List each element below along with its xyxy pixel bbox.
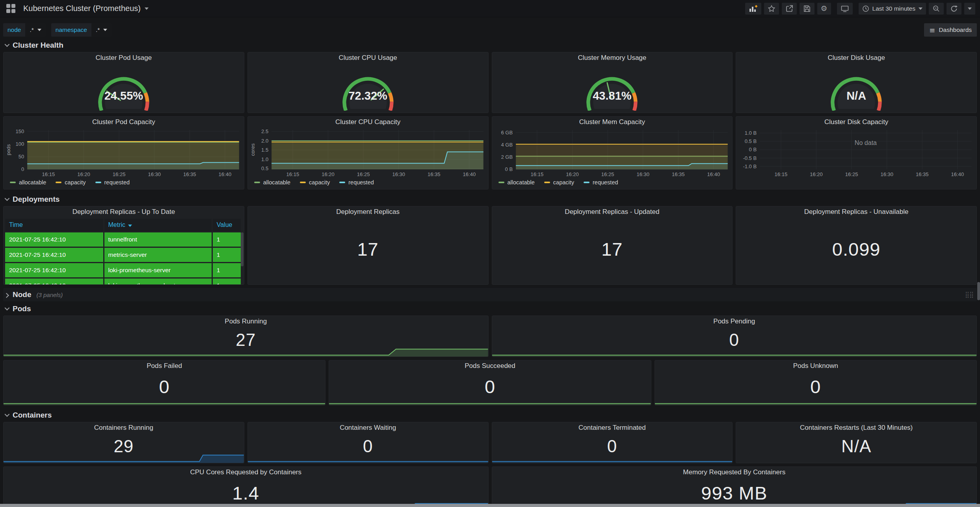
variable-namespace-value[interactable]: .*: [91, 23, 112, 37]
panel-title[interactable]: Pods Failed: [4, 360, 325, 371]
stat-value: 0.099: [736, 238, 976, 260]
legend-item[interactable]: requested: [95, 179, 130, 186]
panel-title[interactable]: Cluster Pod Usage: [4, 52, 244, 63]
gauge-arc: [330, 63, 406, 111]
panel-cluster-mem-capacity: Cluster Mem Capacity 0 B2 GB4 GB6 GB16:1…: [492, 116, 733, 189]
hamburger-icon: ≡: [929, 26, 935, 34]
section-containers[interactable]: Containers: [3, 409, 977, 422]
svg-text:pods: pods: [6, 144, 11, 155]
chart-legend: allocatablecapacityrequested: [4, 178, 244, 187]
panel-title[interactable]: Containers Running: [4, 422, 244, 433]
panel-title[interactable]: Cluster Memory Usage: [492, 52, 733, 63]
panel-title[interactable]: Pods Succeeded: [329, 360, 651, 371]
legend-color-dash: [339, 182, 345, 183]
variable-node-value[interactable]: .*: [25, 23, 45, 37]
panel-title[interactable]: Containers Waiting: [248, 422, 488, 433]
dashboard-title[interactable]: Kubernetes Cluster (Prometheus): [23, 4, 141, 13]
panel-cluster-pod-usage: Cluster Pod Usage 24.55%: [3, 52, 244, 113]
table-scrollbar[interactable]: [241, 232, 244, 266]
panel-title[interactable]: Containers Restarts (Last 30 Minutes): [736, 422, 976, 433]
panel-title[interactable]: Cluster Disk Usage: [736, 52, 976, 63]
table-cell: 1: [213, 248, 241, 262]
section-node-collapsed[interactable]: Node (3 panels) ⣿⣿: [3, 288, 977, 301]
panel-cpu-cores-requested: CPU Cores Requested by Containers 1.4: [3, 466, 489, 507]
svg-text:16:20: 16:20: [810, 171, 823, 177]
monitor-icon: [841, 5, 849, 13]
panel-title[interactable]: Pods Running: [4, 316, 488, 327]
panel-title[interactable]: Pods Unknown: [655, 360, 976, 371]
time-series-chart: 05010015016:1516:2016:2516:3016:3516:40p…: [5, 128, 242, 178]
table-cell: 2021-07-25 16:42:10: [5, 248, 103, 262]
legend-item[interactable]: capacity: [544, 179, 574, 186]
panel-title[interactable]: CPU Cores Requested by Containers: [4, 467, 488, 478]
panel-cluster-disk-capacity: Cluster Disk Capacity 1.0 B0.5 B0 B-0.5 …: [736, 116, 977, 189]
legend-item[interactable]: requested: [339, 179, 374, 186]
panel-title[interactable]: Cluster Mem Capacity: [492, 117, 733, 128]
grafana-dashboard-grid-icon[interactable]: [6, 4, 15, 13]
panel-title[interactable]: Pods Pending: [492, 316, 977, 327]
vertical-scrollbar-thumb[interactable]: [977, 282, 980, 300]
star-button[interactable]: [764, 3, 779, 15]
gauge-value: N/A: [736, 89, 976, 102]
svg-text:150: 150: [15, 128, 24, 134]
title-caret-icon: [145, 7, 149, 10]
svg-text:16:30: 16:30: [881, 171, 894, 177]
svg-text:16:40: 16:40: [463, 171, 476, 177]
legend-item[interactable]: allocatable: [498, 179, 535, 186]
save-button[interactable]: [800, 3, 814, 15]
panel-title[interactable]: Containers Terminated: [492, 422, 733, 433]
refresh-button[interactable]: [947, 3, 961, 15]
svg-text:0: 0: [21, 167, 24, 173]
panel-title[interactable]: Cluster Disk Capacity: [736, 117, 976, 128]
dashboards-button[interactable]: ≡ Dashboards: [924, 23, 977, 37]
panel-cluster-disk-usage: Cluster Disk Usage N/A: [736, 52, 977, 113]
section-pods[interactable]: Pods: [3, 302, 977, 316]
navbar: Kubernetes Cluster (Prometheus): [0, 0, 980, 17]
settings-button[interactable]: ⚙: [817, 3, 831, 15]
svg-text:-0.5 B: -0.5 B: [743, 155, 757, 161]
table-row: 2021-07-25 16:42:10metrics-server1: [5, 248, 241, 262]
panel-title[interactable]: Memory Requested By Containers: [492, 467, 977, 478]
time-range-label: Last 30 minutes: [872, 5, 915, 12]
panel-title[interactable]: Deployment Replicas - Updated: [492, 206, 733, 217]
column-header-time[interactable]: Time: [5, 219, 103, 231]
panel-title[interactable]: Deployment Replicas: [248, 206, 488, 217]
chevron-right-icon: [4, 293, 9, 298]
svg-text:16:35: 16:35: [672, 171, 685, 177]
column-header-metric[interactable]: Metric: [104, 219, 212, 231]
panel-containers-waiting: Containers Waiting 0: [247, 422, 489, 463]
legend-item[interactable]: requested: [584, 179, 618, 186]
table-row: 2021-07-25 16:42:10loki-prometheus-serve…: [5, 263, 241, 277]
tv-kiosk-button[interactable]: [837, 3, 853, 15]
panel-title[interactable]: Cluster Pod Capacity: [4, 117, 244, 128]
refresh-interval-dropdown[interactable]: [964, 3, 975, 15]
column-header-value[interactable]: Value: [213, 219, 241, 231]
section-deployments[interactable]: Deployments: [3, 193, 977, 206]
svg-text:1.0: 1.0: [261, 156, 268, 162]
horizontal-scrollbar[interactable]: [0, 504, 980, 507]
drag-handle-icon[interactable]: ⣿⣿: [965, 291, 975, 298]
panel-title[interactable]: Cluster CPU Usage: [248, 52, 488, 63]
legend-item[interactable]: allocatable: [10, 179, 46, 186]
panel-title[interactable]: Cluster CPU Capacity: [248, 117, 488, 128]
add-panel-icon: [749, 5, 758, 13]
share-button[interactable]: [782, 3, 797, 15]
panel-deployment-replicas-updated: Deployment Replicas - Updated 17: [492, 206, 733, 285]
time-range-picker[interactable]: Last 30 minutes: [859, 3, 926, 15]
panel-title[interactable]: Deployment Replicas - Unavailable: [736, 206, 976, 217]
legend-item[interactable]: capacity: [56, 179, 86, 186]
panel-deployment-replicas-up-to-date: Deployment Replicas - Up To Date Time Me…: [3, 206, 244, 285]
refresh-icon: [950, 5, 958, 13]
legend-item[interactable]: capacity: [300, 179, 330, 186]
legend-color-dash: [584, 182, 589, 183]
gauge-arc: [818, 63, 894, 111]
panel-containers-terminated: Containers Terminated 0: [492, 422, 733, 463]
legend-item[interactable]: allocatable: [254, 179, 290, 186]
section-cluster-health[interactable]: Cluster Health: [3, 39, 977, 52]
table-cell: loki-prometheus-server: [104, 263, 212, 277]
table-cell: tunnelfront: [104, 232, 212, 247]
add-panel-button[interactable]: [745, 3, 761, 15]
panel-title[interactable]: Deployment Replicas - Up To Date: [4, 206, 244, 217]
zoom-out-button[interactable]: [929, 3, 944, 15]
variable-node-label: node: [3, 23, 25, 37]
